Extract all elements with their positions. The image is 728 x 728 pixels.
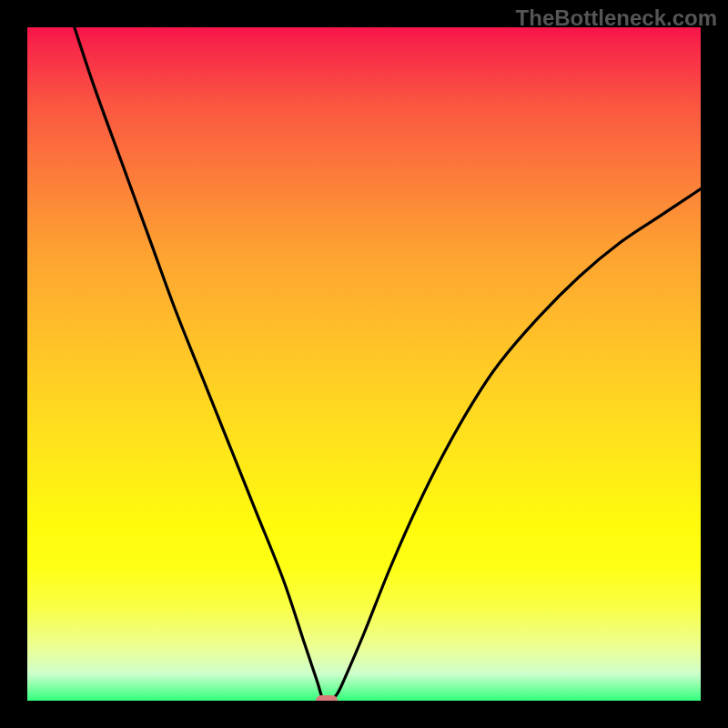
- bottleneck-curve: [27, 27, 701, 701]
- watermark-text: TheBottleneck.com: [516, 5, 717, 31]
- chart-frame: TheBottleneck.com: [0, 0, 728, 728]
- plot-area: [27, 27, 701, 701]
- optimum-marker: [316, 695, 338, 701]
- curve-path: [75, 27, 701, 701]
